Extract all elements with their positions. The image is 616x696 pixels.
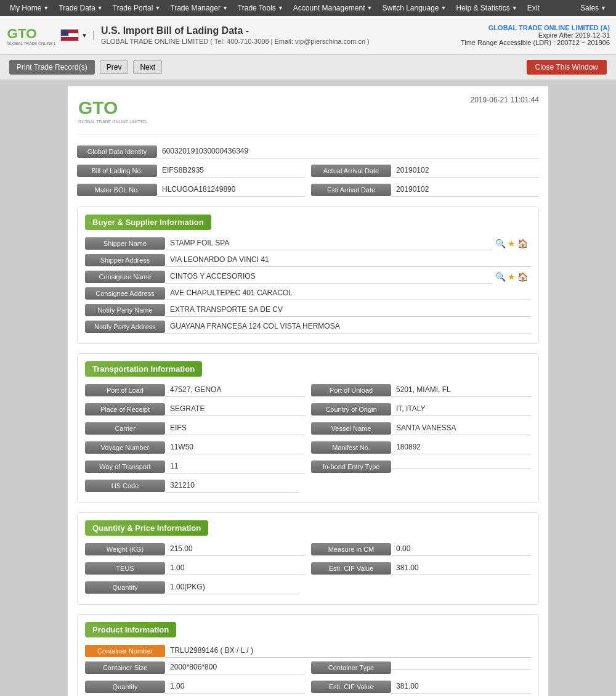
nav-arrow-icon: ▼	[278, 5, 283, 11]
home-icon[interactable]: 🏠	[517, 239, 528, 248]
nav-trade-manager[interactable]: Trade Manager ▼	[165, 4, 233, 12]
print-button-top[interactable]: Print Trade Record(s)	[9, 60, 95, 75]
mater-bol-label: Mater BOL No.	[77, 184, 157, 196]
inbond-entry-value	[391, 464, 531, 469]
esti-cif-label: Esti. CIF Value	[311, 562, 391, 575]
hs-code-value: 321210	[165, 478, 299, 493]
hs-code-row: HS Code 321210	[85, 478, 299, 493]
actual-arrival-label: Actual Arrival Date	[311, 165, 391, 177]
consignee-address-row: Consignee Address AVE CHAPULTEPEC 401 CA…	[85, 286, 531, 300]
bill-of-lading-value: EIFS8B2935	[157, 163, 305, 178]
nav-exit[interactable]: Exit	[522, 4, 545, 12]
inbond-entry-label: In-bond Entry Type	[311, 461, 391, 473]
document-datetime: 2019-06-21 11:01:44	[471, 96, 539, 104]
prev-button-top[interactable]: Prev	[100, 60, 129, 74]
quantity-row: Quantity 1.00(PKG)	[85, 580, 299, 594]
container-size-value: 2000*806*800	[165, 660, 305, 674]
place-of-receipt-label: Place of Receipt	[85, 403, 165, 416]
product-quantity-row: Quantity 1.00	[85, 679, 305, 694]
container-size-label: Container Size	[85, 661, 165, 674]
nav-arrow-icon: ▼	[601, 5, 606, 11]
quantity-value: 1.00(PKG)	[165, 580, 299, 594]
teus-label: TEUS	[85, 562, 165, 575]
country-of-origin-value: IT, ITALY	[391, 402, 531, 416]
nav-trade-portal[interactable]: Trade Portal ▼	[108, 4, 166, 12]
svg-text:GLOBAL TRADE ONLINE LIMITED: GLOBAL TRADE ONLINE LIMITED	[78, 120, 147, 124]
us-flag	[60, 29, 79, 41]
star-icon[interactable]: ★	[508, 272, 516, 282]
separator: |	[92, 30, 95, 41]
container-type-row: Container Type	[311, 660, 531, 674]
nav-account-management[interactable]: Account Management ▼	[288, 4, 378, 12]
port-of-load-label: Port of Load	[85, 384, 165, 396]
action-bar-top: Print Trade Record(s) Prev Next Close Th…	[0, 55, 616, 80]
teus-cif-row: TEUS 1.00 Esti. CIF Value 381.00	[85, 561, 531, 578]
transport-inbond-row: Way of Transport 11 In-bond Entry Type	[85, 459, 531, 476]
nav-switch-language[interactable]: Switch Language ▼	[377, 4, 451, 12]
place-of-receipt-value: SEGRATE	[165, 402, 305, 416]
header-account-info: GLOBAL TRADE ONLINE LIMITED (A) Expire A…	[461, 24, 610, 46]
shipper-name-label: Shipper Name	[85, 237, 165, 250]
way-of-transport-value: 11	[165, 459, 305, 473]
product-quantity-label: Quantity	[85, 681, 165, 693]
voyage-number-value: 11W50	[165, 440, 305, 454]
home-icon[interactable]: 🏠	[517, 272, 528, 282]
mater-bol-value: HLCUGOA181249890	[157, 182, 305, 197]
container-number-label: Container Number	[85, 645, 165, 657]
nav-arrow-icon: ▼	[222, 5, 228, 11]
bol-arrival-row: Bill of Lading No. EIFS8B2935 Actual Arr…	[77, 163, 539, 180]
place-of-receipt-row: Place of Receipt SEGRATE	[85, 402, 305, 416]
header-title-area: U.S. Import Bill of Lading Data - GLOBAL…	[101, 25, 455, 45]
quantity-price-section: Quantity & Price Information Weight (KG)…	[77, 512, 539, 605]
vessel-name-row: Vessel Name SANTA VANESSA	[311, 421, 531, 435]
nav-trade-tools[interactable]: Trade Tools ▼	[233, 4, 288, 12]
esti-cif-value: 381.00	[391, 561, 531, 575]
nav-trade-data[interactable]: Trade Data ▼	[54, 4, 108, 12]
search-icon[interactable]: 🔍	[495, 272, 506, 282]
page-header: GTO GLOBAL TRADE ONLINE LIMITED ▼ | U.S.…	[0, 16, 616, 55]
consignee-address-label: Consignee Address	[85, 287, 165, 300]
logo-area: GTO GLOBAL TRADE ONLINE LIMITED ▼ |	[6, 20, 95, 51]
esti-arrival-label: Esti Arrival Date	[311, 184, 391, 196]
close-button-top[interactable]: Close This Window	[527, 60, 607, 75]
notify-party-name-row: Notify Party Name EXTRA TRANSPORTE SA DE…	[85, 303, 531, 317]
nav-my-home[interactable]: My Home ▼	[5, 4, 54, 12]
mater-bol-esti-row: Mater BOL No. HLCUGOA181249890 Esti Arri…	[77, 182, 539, 199]
voyage-number-label: Voyage Number	[85, 441, 165, 454]
expire-date: Expire After 2019-12-31	[461, 31, 610, 39]
product-qty-cif-row: Quantity 1.00 Esti. CIF Value 381.00	[85, 679, 531, 696]
consignee-name-icons: 🔍 ★ 🏠	[492, 272, 531, 282]
dropdown-arrow-icon[interactable]: ▼	[81, 32, 87, 39]
notify-party-address-value: GUAYANA FRANCESA 124 COL VISTA HERMOSA	[165, 319, 531, 334]
star-icon[interactable]: ★	[508, 239, 516, 248]
nav-sales[interactable]: Sales ▼	[575, 4, 611, 12]
next-button-top[interactable]: Next	[133, 60, 162, 74]
product-header: Product Information	[85, 622, 176, 637]
port-of-unload-value: 5201, MIAMI, FL	[391, 383, 531, 397]
manifest-no-value: 180892	[391, 440, 531, 454]
notify-party-address-label: Notify Party Address	[85, 321, 165, 333]
measure-label: Measure in CM	[311, 543, 391, 555]
nav-help-statistics[interactable]: Help & Statistics ▼	[451, 4, 522, 12]
vessel-name-label: Vessel Name	[311, 422, 391, 435]
flag-area: ▼	[60, 29, 87, 41]
shipper-name-row: Shipper Name STAMP FOIL SPA 🔍 ★ 🏠	[85, 236, 531, 250]
voyage-manifest-row: Voyage Number 11W50 Manifest No. 180892	[85, 440, 531, 457]
ldr-range: Time Range Accessible (LDR) : 200712 ~ 2…	[461, 39, 610, 46]
nav-arrow-icon: ▼	[367, 5, 373, 11]
container-type-value	[391, 665, 531, 670]
carrier-label: Carrier	[85, 422, 165, 435]
buyer-supplier-header: Buyer & Supplier Information	[85, 215, 211, 230]
search-icon[interactable]: 🔍	[495, 239, 506, 248]
manifest-no-row: Manifest No. 180892	[311, 440, 531, 454]
carrier-row: Carrier EIFS	[85, 421, 305, 435]
manifest-no-label: Manifest No.	[311, 441, 391, 454]
svg-text:GLOBAL TRADE ONLINE LIMITED: GLOBAL TRADE ONLINE LIMITED	[7, 41, 55, 46]
quantity-price-header: Quantity & Price Information	[85, 520, 208, 536]
port-of-load-value: 47527, GENOA	[165, 383, 305, 397]
country-of-origin-label: Country of Origin	[311, 403, 391, 416]
global-data-identity-row: Global Data Identity 6003201910300004363…	[77, 144, 539, 158]
container-type-label: Container Type	[311, 661, 391, 674]
port-row: Port of Load 47527, GENOA Port of Unload…	[85, 383, 531, 399]
shipper-address-row: Shipper Address VIA LEONARDO DA VINCI 41	[85, 253, 531, 267]
